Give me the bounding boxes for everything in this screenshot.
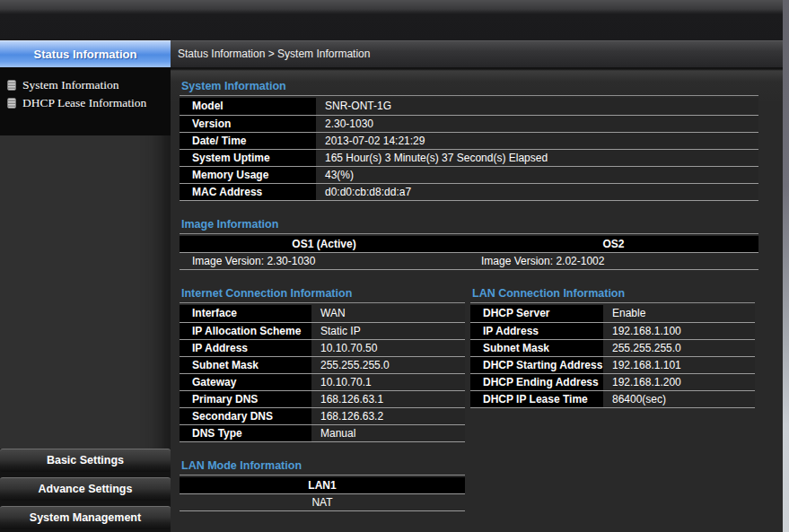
row-label: Interface bbox=[180, 305, 311, 322]
row-label: DNS Type bbox=[180, 424, 311, 441]
table-row: Gateway 10.10.70.1 bbox=[180, 373, 465, 390]
table-row: IP Allocation Scheme Static IP bbox=[180, 322, 465, 339]
row-value: Manual bbox=[311, 424, 465, 441]
row-label: DHCP Server bbox=[470, 305, 603, 322]
row-value: 255.255.255.0 bbox=[603, 339, 755, 356]
sidebar: Status Information System Information DH… bbox=[0, 40, 171, 532]
row-value: 255.255.255.0 bbox=[311, 356, 465, 373]
table-row: Secondary DNS 168.126.63.2 bbox=[180, 407, 465, 424]
table-row: IP Address 192.168.1.100 bbox=[470, 322, 755, 339]
row-label: DHCP Starting Address bbox=[470, 356, 603, 373]
row-value: 168.126.63.1 bbox=[311, 390, 465, 407]
row-value: 10.10.70.1 bbox=[311, 373, 465, 390]
lan-mode-section: LAN Mode Information LAN1 NAT bbox=[180, 458, 783, 512]
row-value: SNR-ONT-1G bbox=[316, 98, 758, 115]
row-label: IP Address bbox=[180, 339, 311, 356]
right-edge-strip bbox=[783, 0, 789, 532]
table-row: NAT bbox=[180, 494, 465, 511]
table-row: DHCP IP Lease Time 86400(sec) bbox=[470, 390, 755, 407]
image-information-section: Image Information OS1 (Active) OS2 Image… bbox=[180, 217, 783, 271]
row-value: 165 Hour(s) 3 Minute(s) 37 Second(s) Ela… bbox=[316, 149, 758, 166]
sidebar-item-label: DHCP Lease Information bbox=[22, 96, 146, 110]
section-title-lan-connection: LAN Connection Information bbox=[470, 286, 755, 303]
row-value: 192.168.1.100 bbox=[603, 322, 755, 339]
system-information-table: Model SNR-ONT-1G Version 2.30-1030 Date/… bbox=[180, 98, 758, 201]
sidebar-item-system-information[interactable]: System Information bbox=[4, 76, 171, 94]
row-label: Primary DNS bbox=[180, 390, 311, 407]
row-label: Secondary DNS bbox=[180, 407, 311, 424]
row-label: MAC Address bbox=[180, 183, 316, 200]
system-management-button[interactable]: System Management bbox=[0, 506, 171, 529]
row-value: 192.168.1.101 bbox=[603, 356, 755, 373]
os2-image-version: Image Version: 2.02-1002 bbox=[469, 253, 758, 270]
table-row: Subnet Mask 255.255.255.0 bbox=[180, 356, 465, 373]
row-label: Model bbox=[180, 98, 316, 115]
table-row: DNS Type Manual bbox=[180, 424, 465, 441]
section-title-internet-connection: Internet Connection Information bbox=[180, 286, 465, 303]
section-title-lan-mode: LAN Mode Information bbox=[180, 458, 465, 475]
table-row: Version 2.30-1030 bbox=[180, 115, 758, 132]
table-row: Memory Usage 43(%) bbox=[180, 166, 758, 183]
row-value: 86400(sec) bbox=[603, 390, 755, 407]
section-title-image-information: Image Information bbox=[180, 217, 758, 234]
row-label: Subnet Mask bbox=[180, 356, 311, 373]
row-value: 43(%) bbox=[316, 166, 758, 183]
internet-connection-table: Interface WAN IP Allocation Scheme Stati… bbox=[180, 305, 465, 442]
table-row: Model SNR-ONT-1G bbox=[180, 98, 758, 115]
table-row: Interface WAN bbox=[180, 305, 465, 322]
row-label: DHCP Ending Address bbox=[470, 373, 603, 390]
table-row: DHCP Starting Address 192.168.1.101 bbox=[470, 356, 755, 373]
basic-settings-button[interactable]: Basic Settings bbox=[0, 449, 171, 472]
row-label: IP Allocation Scheme bbox=[180, 322, 311, 339]
row-value: d0:d0:cb:d8:dd:a7 bbox=[316, 183, 758, 200]
table-row: Subnet Mask 255.255.255.0 bbox=[470, 339, 755, 356]
advance-settings-button[interactable]: Advance Settings bbox=[0, 477, 171, 501]
os1-image-version: Image Version: 2.30-1030 bbox=[180, 253, 469, 270]
section-title-system-information: System Information bbox=[180, 79, 758, 96]
lan-connection-section: LAN Connection Information DHCP Server E… bbox=[470, 286, 755, 408]
lan-mode-table: LAN1 NAT bbox=[180, 477, 465, 512]
table-row: Image Version: 2.30-1030 Image Version: … bbox=[180, 253, 758, 270]
row-label: Version bbox=[180, 115, 316, 132]
row-value: 192.168.1.200 bbox=[603, 373, 755, 390]
row-value: 10.10.70.50 bbox=[311, 339, 465, 356]
table-header-row: LAN1 bbox=[180, 477, 465, 494]
sidebar-bottom-buttons: Basic Settings Advance Settings System M… bbox=[0, 449, 171, 532]
image-information-table: OS1 (Active) OS2 Image Version: 2.30-103… bbox=[180, 236, 758, 271]
table-row: Primary DNS 168.126.63.1 bbox=[180, 390, 465, 407]
table-row: DHCP Server Enable bbox=[470, 305, 755, 322]
sidebar-section-status-information[interactable]: Status Information bbox=[0, 40, 171, 67]
table-row: IP Address 10.10.70.50 bbox=[180, 339, 465, 356]
row-label: Subnet Mask bbox=[470, 339, 603, 356]
sidebar-item-label: System Information bbox=[22, 78, 119, 92]
row-value: 2.30-1030 bbox=[316, 115, 758, 132]
sidebar-item-dhcp-lease-information[interactable]: DHCP Lease Information bbox=[4, 94, 171, 112]
row-value: 168.126.63.2 bbox=[311, 407, 465, 424]
column-header-os2: OS2 bbox=[469, 236, 758, 253]
row-label: Date/ Time bbox=[180, 132, 316, 149]
table-row: MAC Address d0:d0:cb:d8:dd:a7 bbox=[180, 183, 758, 200]
table-row: DHCP Ending Address 192.168.1.200 bbox=[470, 373, 755, 390]
column-header-lan1: LAN1 bbox=[180, 477, 465, 494]
list-icon bbox=[7, 98, 16, 109]
main-content: System Information Model SNR-ONT-1G Vers… bbox=[171, 67, 783, 532]
system-information-section: System Information Model SNR-ONT-1G Vers… bbox=[180, 79, 783, 201]
sidebar-menu-panel: System Information DHCP Lease Informatio… bbox=[0, 67, 171, 135]
row-label: DHCP IP Lease Time bbox=[470, 390, 603, 407]
row-label: Gateway bbox=[180, 373, 311, 390]
table-header-row: OS1 (Active) OS2 bbox=[180, 236, 758, 253]
row-label: IP Address bbox=[470, 322, 603, 339]
row-label: Memory Usage bbox=[180, 166, 316, 183]
column-header-os1: OS1 (Active) bbox=[180, 236, 469, 253]
lan-connection-table: DHCP Server Enable IP Address 192.168.1.… bbox=[470, 305, 755, 408]
breadcrumb: Status Information > System Information bbox=[171, 40, 783, 67]
row-value: WAN bbox=[311, 305, 465, 322]
table-row: System Uptime 165 Hour(s) 3 Minute(s) 37… bbox=[180, 149, 758, 166]
row-label: System Uptime bbox=[180, 149, 316, 166]
internet-connection-section: Internet Connection Information Interfac… bbox=[180, 286, 465, 442]
list-icon bbox=[7, 80, 16, 91]
row-value: 2013-07-02 14:21:29 bbox=[316, 132, 758, 149]
top-banner bbox=[0, 0, 789, 40]
row-value: Enable bbox=[603, 305, 755, 322]
row-value: Static IP bbox=[311, 322, 465, 339]
